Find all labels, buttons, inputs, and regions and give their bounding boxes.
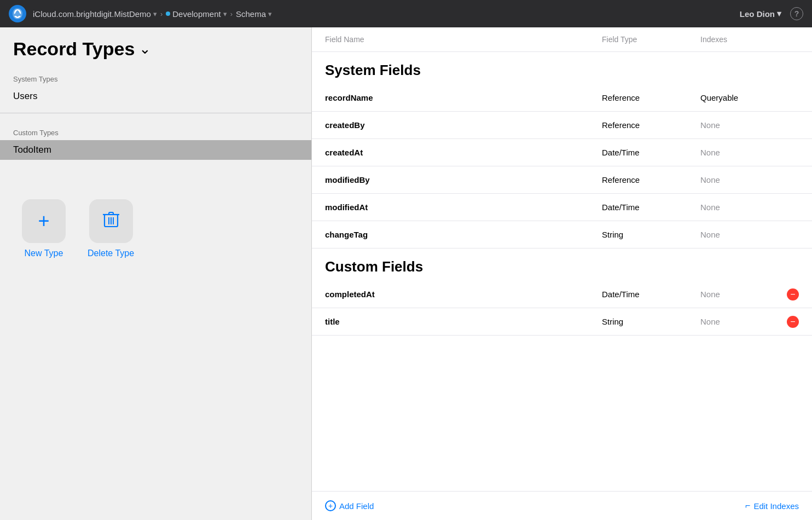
help-button[interactable]: ? [790,7,803,20]
col-indexes: Indexes [700,35,799,44]
field-name: changeTag [325,230,602,239]
field-type: Date/Time [602,290,700,299]
field-type: Date/Time [602,148,700,157]
breadcrumb-separator-2: › [230,10,233,18]
field-name: createdAt [325,148,602,157]
new-type-button[interactable]: + New Type [22,199,66,258]
custom-fields-heading: Custom Fields [312,249,812,281]
table-row: recordName Reference Queryable [312,84,812,112]
field-index: None [700,203,799,212]
field-name: completedAt [325,290,602,299]
table-row: title String None − [312,308,812,336]
field-type: String [602,230,700,239]
table-body: System Fields recordName Reference Query… [312,52,812,491]
field-type: Date/Time [602,203,700,212]
field-index: Queryable [700,93,799,102]
table-row: changeTag String None [312,221,812,249]
table-row: modifiedBy Reference None [312,166,812,194]
right-panel: Field Name Field Type Indexes System Fie… [312,27,812,520]
table-row: modifiedAt Date/Time None [312,194,812,221]
env-dot-icon [166,11,170,16]
env-chevron-icon: ▾ [223,10,227,18]
field-type: Reference [602,175,700,184]
sidebar-item-todoitem[interactable]: TodoItem [0,140,311,160]
field-type: String [602,317,700,326]
app-breadcrumb-item[interactable]: iCloud.com.brightdigit.MistDemo ▾ [33,9,157,19]
topbar: iCloud.com.brightdigit.MistDemo ▾ › Deve… [0,0,812,27]
add-field-circle-icon: + [325,500,336,511]
schema-breadcrumb-item[interactable]: Schema ▾ [236,9,272,19]
new-type-label: New Type [25,249,63,258]
custom-fields-container: completedAt Date/Time None − title Strin… [312,281,812,336]
edit-indexes-button[interactable]: ⌐ Edit Indexes [745,501,799,511]
field-name: recordName [325,93,602,102]
field-name: modifiedBy [325,175,602,184]
edit-indexes-label: Edit Indexes [753,501,799,511]
remove-field-button[interactable]: − [787,288,799,301]
field-index: None [700,175,799,184]
breadcrumb-separator-1: › [160,10,163,18]
new-type-icon-box: + [22,199,66,243]
col-field-name: Field Name [325,35,602,44]
add-field-button[interactable]: + Add Field [325,500,374,511]
custom-types-label: Custom Types [0,120,311,140]
delete-type-label: Delete Type [88,249,134,258]
sidebar-title[interactable]: Record Types ⌄ [13,38,298,60]
field-index: None [700,120,799,130]
field-type: Reference [602,120,700,130]
table-row: completedAt Date/Time None − [312,281,812,308]
field-type: Reference [602,93,700,102]
delete-type-icon-box [89,199,133,243]
col-field-type: Field Type [602,35,700,44]
system-types-label: System Types [0,66,311,86]
sidebar-actions: + New Type [0,182,311,269]
user-chevron-icon: ▾ [777,9,781,19]
table-row: createdBy Reference None [312,112,812,139]
trash-icon [102,210,120,233]
field-index: None [700,148,799,157]
breadcrumb: iCloud.com.brightdigit.MistDemo ▾ › Deve… [33,9,740,19]
delete-type-button[interactable]: Delete Type [88,199,134,258]
field-name: modifiedAt [325,203,602,212]
sidebar: Record Types ⌄ System Types Users Custom… [0,27,312,520]
sidebar-divider [0,113,311,113]
field-name: createdBy [325,120,602,130]
table-row: createdAt Date/Time None [312,139,812,166]
app-chevron-icon: ▾ [153,10,157,18]
field-name: title [325,317,602,326]
env-breadcrumb-item[interactable]: Development ▾ [166,9,227,19]
user-menu[interactable]: Leo Dion ▾ [740,9,781,19]
topbar-right: Leo Dion ▾ ? [740,7,803,20]
field-index: None − [700,316,799,328]
system-fields-container: recordName Reference Queryable createdBy… [312,84,812,249]
remove-field-button[interactable]: − [787,316,799,328]
system-fields-heading: System Fields [312,52,812,84]
sidebar-title-chevron-icon: ⌄ [139,41,151,57]
sidebar-header: Record Types ⌄ [0,27,311,66]
app-logo [9,5,26,22]
sidebar-item-users[interactable]: Users [0,86,311,106]
edit-indexes-icon: ⌐ [745,501,750,511]
table-footer: + Add Field ⌐ Edit Indexes [312,491,812,520]
schema-chevron-icon: ▾ [268,10,272,18]
add-field-label: Add Field [339,501,374,511]
field-index: None [700,230,799,239]
field-index: None − [700,288,799,301]
table-header: Field Name Field Type Indexes [312,27,812,52]
main-content: Record Types ⌄ System Types Users Custom… [0,27,812,520]
plus-icon: + [38,210,49,233]
